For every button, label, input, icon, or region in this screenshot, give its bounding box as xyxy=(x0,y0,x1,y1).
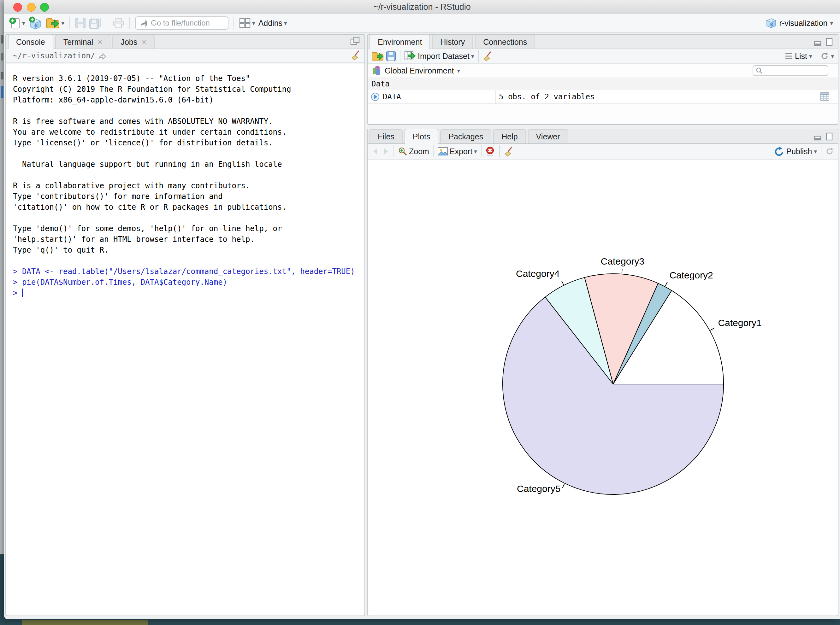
environment-search-input[interactable] xyxy=(765,66,823,75)
console-output-line: R is a collaborative project with many c… xyxy=(13,180,365,191)
save-icon xyxy=(386,51,396,61)
project-selector[interactable]: R r-visualization ▾ xyxy=(765,17,835,29)
search-icon xyxy=(756,67,763,74)
refresh-icon[interactable] xyxy=(820,52,829,61)
maximize-pane-icon[interactable] xyxy=(350,36,360,46)
next-plot-button[interactable] xyxy=(382,147,390,155)
chevron-down-icon: ▾ xyxy=(809,53,812,59)
tab-terminal[interactable]: Terminal × xyxy=(55,35,111,48)
tab-label: Connections xyxy=(483,37,527,47)
console-output-line: You are welcome to redistribute it under… xyxy=(13,127,365,137)
pie-label-Category4: Category4 xyxy=(516,268,559,279)
minimize-pane-icon[interactable] xyxy=(814,38,822,46)
maximize-pane-icon[interactable] xyxy=(825,38,833,46)
chevron-down-icon: ▾ xyxy=(252,20,255,26)
console-output-line xyxy=(13,105,365,116)
publish-label[interactable]: Publish xyxy=(786,147,812,156)
tab-history[interactable]: History xyxy=(432,35,473,48)
console-output-area[interactable]: R version 3.6.1 (2019-07-05) -- "Action … xyxy=(6,64,365,616)
project-name-label: r-visualization xyxy=(779,19,828,28)
addins-button[interactable]: Addins ▾ xyxy=(259,19,287,28)
previous-plot-button[interactable] xyxy=(371,147,380,155)
new-document-icon xyxy=(9,17,20,30)
environment-search-box[interactable] xyxy=(753,65,828,76)
publish-icon xyxy=(774,147,784,156)
new-project-button[interactable]: R xyxy=(28,16,42,30)
zoom-plot-button[interactable]: Zoom xyxy=(398,147,429,156)
forward-arrow-icon xyxy=(382,147,390,155)
console-output-line xyxy=(13,169,365,180)
environment-toolbar: Import Dataset ▾ List ▾ ▾ xyxy=(368,49,838,64)
console-output-line: R is free software and comes with ABSOLU… xyxy=(13,116,365,127)
export-label: Export xyxy=(450,147,472,156)
clear-all-plots-button[interactable] xyxy=(503,146,514,157)
plots-pane: Files Plots Packages Help Viewer xyxy=(367,129,838,616)
list-view-label[interactable]: List xyxy=(795,52,807,61)
tab-environment[interactable]: Environment xyxy=(369,34,430,49)
goto-file-function-box[interactable] xyxy=(135,16,229,30)
tab-packages[interactable]: Packages xyxy=(440,129,491,143)
toolbar-divider xyxy=(400,50,401,62)
expand-object-play-icon[interactable] xyxy=(371,92,380,101)
environment-scope-row[interactable]: Global Environment ▾ xyxy=(368,64,838,78)
tab-connections[interactable]: Connections xyxy=(475,35,535,48)
save-all-button[interactable] xyxy=(89,17,101,29)
clear-environment-button[interactable] xyxy=(483,51,492,62)
import-dataset-button[interactable]: Import Dataset ▾ xyxy=(404,51,474,61)
tab-jobs[interactable]: Jobs × xyxy=(112,35,154,48)
tab-files[interactable]: Files xyxy=(369,129,403,143)
clear-console-broom-icon[interactable] xyxy=(351,50,361,61)
tab-plots[interactable]: Plots xyxy=(405,129,439,144)
chevron-down-icon: ▾ xyxy=(471,53,474,59)
load-workspace-button[interactable] xyxy=(371,51,384,62)
toolbar-divider xyxy=(69,17,70,29)
console-output-line xyxy=(13,148,365,159)
pie-label-tick-Category4 xyxy=(562,281,564,285)
zoom-magnifier-icon xyxy=(398,147,407,156)
toolbar-divider xyxy=(481,145,482,157)
tab-label: Jobs xyxy=(120,37,137,47)
open-folder-icon xyxy=(371,51,384,62)
maximize-pane-icon[interactable] xyxy=(825,132,833,141)
background-fragment xyxy=(1,35,3,44)
export-plot-button[interactable]: Export ▾ xyxy=(437,147,477,156)
refresh-icon[interactable] xyxy=(825,147,834,156)
save-button[interactable] xyxy=(75,18,86,28)
console-output-line: Natural language support but running in … xyxy=(13,159,365,169)
data-section-header: Data xyxy=(368,78,838,90)
remove-plot-button[interactable] xyxy=(485,146,496,156)
pie-label-tick-Category3 xyxy=(622,269,622,274)
minimize-pane-icon[interactable] xyxy=(814,132,822,141)
tab-help[interactable]: Help xyxy=(493,129,526,143)
open-file-button[interactable]: ▾ xyxy=(45,17,65,29)
addins-label: Addins xyxy=(259,19,282,28)
object-summary: 5 obs. of 2 variables xyxy=(499,92,594,101)
tab-label: Help xyxy=(502,132,517,141)
close-icon[interactable]: × xyxy=(98,38,102,46)
goto-directory-icon[interactable] xyxy=(98,52,107,60)
goto-file-function-input[interactable] xyxy=(150,18,224,28)
console-tabstrip: Console Terminal × Jobs × xyxy=(6,35,365,49)
tab-label: History xyxy=(440,37,465,47)
new-file-button[interactable]: ▾ xyxy=(9,17,25,30)
window-title: ~/r-visualization - RStudio xyxy=(4,0,840,14)
printer-icon xyxy=(112,18,124,28)
view-data-table-button[interactable] xyxy=(820,92,829,102)
tab-viewer[interactable]: Viewer xyxy=(528,129,568,143)
back-arrow-icon xyxy=(371,147,380,155)
close-icon[interactable]: × xyxy=(142,38,146,46)
environment-object-list: Global Environment ▾ Data DATA 5 obs. of… xyxy=(368,64,838,124)
svg-text:R: R xyxy=(770,22,773,27)
print-button[interactable] xyxy=(112,18,124,28)
object-name: DATA xyxy=(383,92,401,101)
save-workspace-button[interactable] xyxy=(386,51,396,61)
workspace-panes-button[interactable]: ▾ xyxy=(239,18,255,28)
background-fragment xyxy=(1,72,3,79)
zoom-label: Zoom xyxy=(409,147,429,156)
chevron-down-icon: ▾ xyxy=(814,149,817,154)
tab-console[interactable]: Console xyxy=(8,34,53,49)
toolbar-divider xyxy=(478,50,479,62)
pie-label-tick-Category1 xyxy=(710,328,714,331)
import-dataset-label: Import Dataset xyxy=(418,52,469,61)
environment-object-row[interactable]: DATA 5 obs. of 2 variables xyxy=(368,90,838,104)
